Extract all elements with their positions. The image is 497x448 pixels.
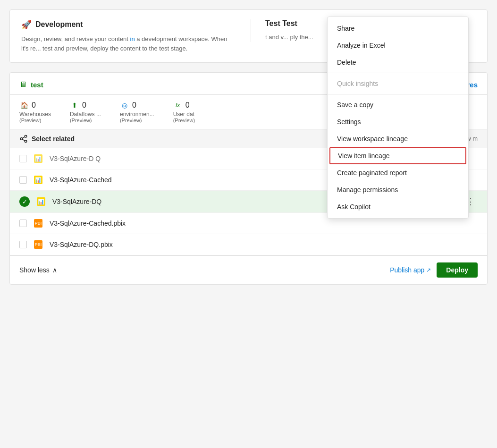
stat-warehouses-sublabel: (Preview) (19, 118, 41, 123)
list-item[interactable]: PBI V3-SqlAzure-DQ.pbix (10, 234, 487, 255)
publish-app-button[interactable]: Publish app ↗ (390, 266, 431, 274)
stat-warehouses-label: Warehouses (19, 111, 51, 118)
item-checkbox[interactable] (19, 220, 27, 227)
pbix-icon: PBI (33, 218, 44, 229)
warehouse-icon: 🏠 (19, 101, 29, 110)
context-menu-item-paginated-report[interactable]: Create paginated report (328, 164, 468, 181)
stat-userdata-label: User dat (173, 111, 194, 118)
stat-userdata-sublabel: (Preview) (173, 118, 195, 123)
page-container: 🚀 Development Design, review, and revise… (0, 0, 497, 448)
publish-app-label: Publish app (390, 266, 424, 274)
context-menu-item-analyze[interactable]: Analyze in Excel (328, 37, 468, 54)
item-checkbox[interactable] (19, 176, 27, 184)
env-icon: ◎ (120, 101, 129, 110)
stat-dataflows-sublabel: (Preview) (70, 118, 92, 123)
svg-point-1 (20, 137, 23, 140)
stat-warehouses: 🏠 0 Warehouses (Preview) (19, 101, 51, 123)
context-menu-item-quick-insights: Quick insights (328, 75, 468, 92)
dev-desc-link[interactable]: in (130, 35, 135, 42)
report-icon: 📊 (33, 174, 44, 186)
stat-userdata: fx 0 User dat (Preview) (173, 101, 195, 123)
list-item-name: V3-SqlAzure-Cached.pbix (50, 220, 478, 227)
context-menu-item-ask-copilot[interactable]: Ask Copilot (328, 198, 468, 215)
svg-point-2 (25, 140, 27, 143)
stat-dataflows: ⬆ 0 Dataflows ... (Preview) (70, 101, 101, 123)
context-menu-item-save-copy[interactable]: Save a copy (328, 96, 468, 113)
show-less-button[interactable]: Show less ∧ (19, 266, 57, 274)
select-related-label: Select related (32, 135, 75, 143)
dataflow-icon: ⬆ (70, 101, 79, 110)
item-check-green: ✓ (19, 196, 30, 207)
dev-description: Design, review, and revise your content … (21, 34, 232, 53)
workspace-name: test (31, 81, 43, 89)
svg-point-0 (25, 135, 27, 137)
chevron-up-icon: ∧ (52, 266, 57, 274)
stat-icon-num: 🏠 0 (19, 101, 36, 110)
workspace-icon: 🖥 (19, 80, 27, 89)
stat-userdata-num: 0 (185, 101, 190, 110)
stat-environments: ◎ 0 environmen... (Preview) (120, 101, 154, 123)
context-menu-item-workspace-lineage[interactable]: View workspace lineage (328, 130, 468, 147)
dev-icon: 🚀 (21, 19, 32, 30)
report-icon: 📊 (33, 153, 44, 164)
stat-env-num: 0 (132, 101, 136, 110)
stat-dataflows-num: 0 (82, 101, 86, 110)
stat-env-label: environmen... (120, 111, 154, 118)
share-icon (19, 135, 28, 143)
svg-line-3 (22, 139, 25, 141)
dev-title-text: Development (35, 20, 83, 29)
context-menu-item-settings[interactable]: Settings (328, 113, 468, 130)
context-menu-item-delete[interactable]: Delete (328, 54, 468, 71)
list-item-name: V3-SqlAzure-DQ.pbix (50, 241, 478, 248)
item-checkbox[interactable] (19, 241, 27, 248)
svg-line-4 (22, 136, 25, 138)
external-link-icon: ↗ (426, 267, 431, 273)
deploy-button[interactable]: Deploy (437, 262, 478, 278)
item-checkbox[interactable] (19, 155, 27, 162)
context-menu: Share Analyze in Excel Delete Quick insi… (327, 17, 469, 219)
stat-dataflows-label: Dataflows ... (70, 111, 101, 118)
context-menu-item-item-lineage[interactable]: View item lineage (329, 147, 466, 164)
pbix-icon: PBI (33, 239, 44, 250)
menu-divider (328, 94, 468, 94)
report-icon: 📊 (35, 196, 47, 207)
dev-title: 🚀 Development (21, 19, 232, 30)
func-icon: fx (173, 101, 183, 110)
stat-warehouses-num: 0 (32, 101, 36, 110)
stat-env-sublabel: (Preview) (120, 118, 142, 123)
dev-section: 🚀 Development Design, review, and revise… (21, 19, 232, 53)
card-footer: Show less ∧ Publish app ↗ Deploy (10, 255, 487, 284)
menu-divider (328, 73, 468, 73)
context-menu-item-manage-permissions[interactable]: Manage permissions (328, 181, 468, 198)
show-less-label: Show less (19, 266, 50, 274)
context-menu-item-share[interactable]: Share (328, 20, 468, 37)
deploy-label: Deploy (446, 266, 468, 274)
